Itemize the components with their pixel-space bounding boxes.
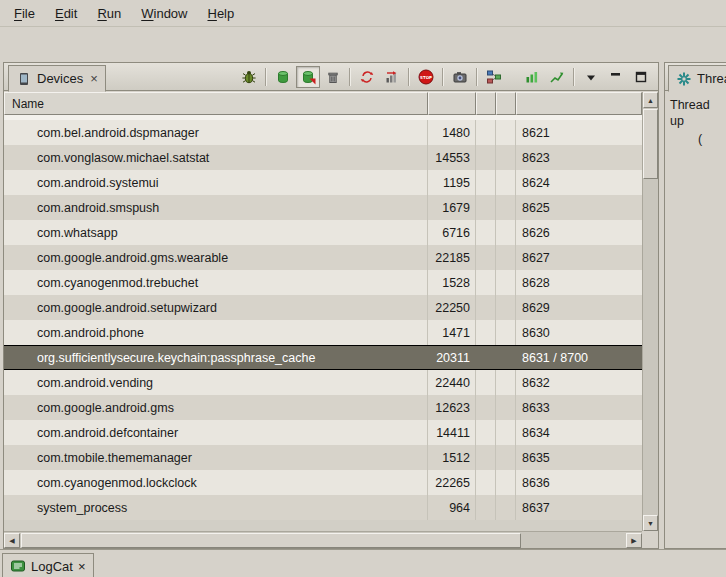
process-name: com.google.android.gms	[4, 395, 428, 420]
process-name: com.bel.android.dspmanager	[4, 120, 428, 145]
process-port: 8626	[516, 220, 642, 245]
toolbar-separator	[476, 68, 478, 86]
process-port: 8637	[516, 495, 642, 520]
menu-item-window[interactable]: Window	[131, 0, 197, 26]
update-threads-button[interactable]	[355, 66, 379, 88]
table-row[interactable]: com.google.android.setupwizard222508629	[4, 295, 642, 320]
table-row[interactable]: com.whatsapp67168626	[4, 220, 642, 245]
cause-gc-button[interactable]	[321, 66, 345, 88]
table-row[interactable]: com.google.android.gms.wearable221858627	[4, 245, 642, 270]
view-hierarchy-icon	[486, 69, 502, 85]
scroll-up-arrow[interactable]: ▲	[643, 92, 658, 108]
scroll-right-arrow[interactable]: ▶	[626, 533, 642, 548]
horizontal-scrollbar[interactable]: ◀ ▶	[4, 531, 642, 548]
method-profiling-button[interactable]	[380, 66, 404, 88]
table-row[interactable]: org.sufficientlysecure.keychain:passphra…	[4, 345, 642, 370]
main-toolbar	[0, 27, 726, 61]
process-name: com.android.systemui	[4, 170, 428, 195]
tab-logcat[interactable]: LogCat ×	[2, 553, 94, 577]
process-pid: 14553	[428, 145, 476, 170]
minimize-button[interactable]	[604, 66, 628, 88]
devices-panel: Devices ×	[3, 62, 659, 549]
close-icon[interactable]: ×	[90, 72, 98, 85]
process-port: 8629	[516, 295, 642, 320]
process-name: com.android.smspush	[4, 195, 428, 220]
process-pid: 20311	[428, 346, 476, 369]
scroll-left-arrow[interactable]: ◀	[4, 533, 20, 548]
table-row[interactable]: com.android.smspush16798625	[4, 195, 642, 220]
table-row[interactable]: com.google.android.gms126238633	[4, 395, 642, 420]
process-port: 8621	[516, 120, 642, 145]
column-header-pid[interactable]	[428, 92, 476, 115]
tracker-graph-button[interactable]	[545, 66, 569, 88]
column-header-blank-1[interactable]	[476, 92, 496, 115]
menu-item-edit[interactable]: Edit	[45, 0, 87, 26]
screen-capture-button[interactable]	[448, 66, 472, 88]
process-port: 8630	[516, 320, 642, 345]
table-row[interactable]: com.cyanogenmod.trebuchet15288628	[4, 270, 642, 295]
process-name: com.android.phone	[4, 320, 428, 345]
column-header-name-label: Name	[12, 97, 44, 111]
process-port: 8623	[516, 145, 642, 170]
svg-text:STOP: STOP	[420, 75, 432, 80]
tab-threads[interactable]: Threa	[668, 65, 726, 92]
dump-hprof-button[interactable]	[296, 66, 320, 88]
minimize-icon	[608, 69, 624, 85]
process-port: 8636	[516, 470, 642, 495]
green-graph-icon	[549, 69, 565, 85]
menu-item-file[interactable]: File	[4, 0, 45, 26]
process-name: com.google.android.gms.wearable	[4, 245, 428, 270]
tab-devices-label: Devices	[37, 71, 83, 86]
table-row[interactable]: com.android.vending224408632	[4, 370, 642, 395]
process-port: 8624	[516, 170, 642, 195]
menu-bar: FileEditRunWindowHelp	[0, 0, 726, 27]
update-heap-button[interactable]	[271, 66, 295, 88]
column-header-name[interactable]: Name	[4, 92, 428, 115]
process-port: 8634	[516, 420, 642, 445]
table-row[interactable]: com.bel.android.dspmanager14808621	[4, 120, 642, 145]
process-port: 8633	[516, 395, 642, 420]
tracker-bars-button[interactable]	[520, 66, 544, 88]
vertical-scroll-thumb[interactable]	[643, 109, 658, 179]
view-hierarchy-button[interactable]	[482, 66, 506, 88]
process-pid: 14411	[428, 420, 476, 445]
view-menu-button[interactable]	[579, 66, 603, 88]
process-pid: 22185	[428, 245, 476, 270]
tab-devices[interactable]: Devices ×	[8, 65, 106, 92]
table-row[interactable]: com.cyanogenmod.lockclock222658636	[4, 470, 642, 495]
maximize-button[interactable]	[629, 66, 653, 88]
stop-icon: STOP	[418, 69, 434, 85]
process-name: system_process	[4, 495, 428, 520]
table-row[interactable]: system_process9648637	[4, 495, 642, 520]
close-icon[interactable]: ×	[78, 559, 86, 574]
process-port: 8635	[516, 445, 642, 470]
process-name: com.google.android.setupwizard	[4, 295, 428, 320]
process-pid: 6716	[428, 220, 476, 245]
table-row[interactable]: com.android.phone14718630	[4, 320, 642, 345]
column-header-blank-2[interactable]	[496, 92, 516, 115]
column-header-port[interactable]	[516, 92, 642, 115]
scroll-down-arrow[interactable]: ▼	[643, 515, 658, 531]
devices-toolbar: STOP	[237, 66, 653, 88]
bottom-tab-bar: LogCat ×	[0, 549, 726, 577]
tab-logcat-label: LogCat	[31, 559, 73, 574]
view-menu-icon	[583, 69, 599, 85]
device-icon	[16, 71, 32, 87]
menu-item-help[interactable]: Help	[197, 0, 244, 26]
table-row[interactable]: com.android.systemui11958624	[4, 170, 642, 195]
vertical-scrollbar[interactable]: ▲ ▼	[642, 92, 658, 531]
threads-tabbar: Threa	[665, 63, 726, 91]
debug-attach-button[interactable]	[237, 66, 261, 88]
menu-item-run[interactable]: Run	[87, 0, 131, 26]
table-row[interactable]: com.tmobile.thememanager15128635	[4, 445, 642, 470]
table-row[interactable]: com.android.defcontainer144118634	[4, 420, 642, 445]
method-profiling-icon	[384, 69, 400, 85]
stop-process-button[interactable]: STOP	[414, 66, 438, 88]
table-row[interactable]: com.vonglasow.michael.satstat145538623	[4, 145, 642, 170]
toolbar-separator	[265, 68, 267, 86]
logcat-icon	[10, 558, 26, 574]
debug-bug-icon	[241, 69, 257, 85]
horizontal-scroll-thumb[interactable]	[21, 533, 521, 548]
heap-dump-icon	[300, 69, 316, 85]
toolbar-separator	[408, 68, 410, 86]
